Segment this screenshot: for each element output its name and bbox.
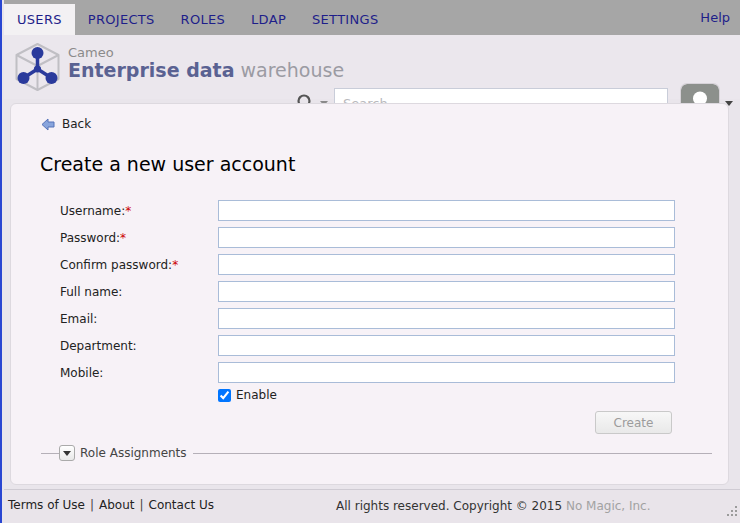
about-link[interactable]: About — [99, 498, 134, 512]
page-title: Create a new user account — [40, 153, 295, 175]
footer-bar: Terms of Use|About|Contact Us All rights… — [4, 489, 740, 523]
username-label: Username:* — [60, 204, 131, 218]
back-label: Back — [62, 117, 91, 131]
chevron-down-icon — [63, 451, 71, 456]
confirm-password-label: Confirm password:* — [60, 258, 178, 272]
contact-us-link[interactable]: Contact Us — [149, 498, 215, 512]
back-button[interactable]: Back — [41, 117, 91, 131]
link-separator: | — [134, 498, 148, 512]
mobile-field[interactable] — [218, 362, 675, 383]
brand-title: Cameo Enterprise data warehouse — [68, 46, 344, 81]
role-assignments-section: Role Assignments — [41, 445, 712, 461]
tab-roles[interactable]: ROLES — [168, 4, 238, 35]
full-name-field[interactable] — [218, 281, 675, 302]
department-label: Department: — [60, 339, 137, 353]
header-bar: Cameo Enterprise data warehouse — [4, 35, 740, 99]
top-nav: USERS PROJECTS ROLES LDAP SETTINGS — [4, 0, 740, 35]
brand-line1: Cameo — [68, 46, 344, 60]
enable-checkbox[interactable] — [218, 389, 231, 402]
main-panel: Back Create a new user account Username:… — [10, 103, 729, 485]
brand-line2-light: warehouse — [241, 59, 345, 81]
copyright-text: All rights reserved. Copyright © 2015 No… — [336, 499, 651, 513]
enable-checkbox-label[interactable]: Enable — [236, 388, 277, 402]
brand-line2-strong: Enterprise data — [68, 59, 234, 81]
company-name: No Magic, Inc. — [566, 499, 651, 513]
password-label: Password:* — [60, 231, 126, 245]
department-field[interactable] — [218, 335, 675, 356]
divider-line — [193, 453, 712, 454]
full-name-label: Full name: — [60, 285, 122, 299]
mobile-label: Mobile: — [60, 366, 103, 380]
required-marker: * — [172, 258, 178, 272]
tab-settings[interactable]: SETTINGS — [299, 4, 391, 35]
back-arrow-icon — [41, 118, 55, 131]
confirm-password-field[interactable] — [218, 254, 675, 275]
role-assignments-expand-button[interactable] — [59, 445, 75, 461]
username-field[interactable] — [218, 200, 675, 221]
required-marker: * — [120, 231, 126, 245]
create-button[interactable]: Create — [595, 411, 672, 434]
app-window: USERS PROJECTS ROLES LDAP SETTINGS Help — [0, 0, 740, 523]
required-marker: * — [125, 204, 131, 218]
tab-projects[interactable]: PROJECTS — [75, 4, 168, 35]
divider-line — [41, 453, 59, 454]
password-field[interactable] — [218, 227, 675, 248]
app-logo-icon — [14, 42, 61, 96]
help-link[interactable]: Help — [700, 0, 730, 35]
enable-checkbox-row: Enable — [218, 388, 277, 402]
role-assignments-label: Role Assignments — [75, 446, 193, 460]
link-separator: | — [85, 498, 99, 512]
email-field[interactable] — [218, 308, 675, 329]
resize-grip[interactable] — [726, 502, 738, 521]
terms-of-use-link[interactable]: Terms of Use — [8, 498, 85, 512]
email-label: Email: — [60, 312, 97, 326]
tab-ldap[interactable]: LDAP — [238, 4, 299, 35]
tab-users[interactable]: USERS — [4, 4, 75, 35]
footer-links: Terms of Use|About|Contact Us — [8, 498, 214, 512]
